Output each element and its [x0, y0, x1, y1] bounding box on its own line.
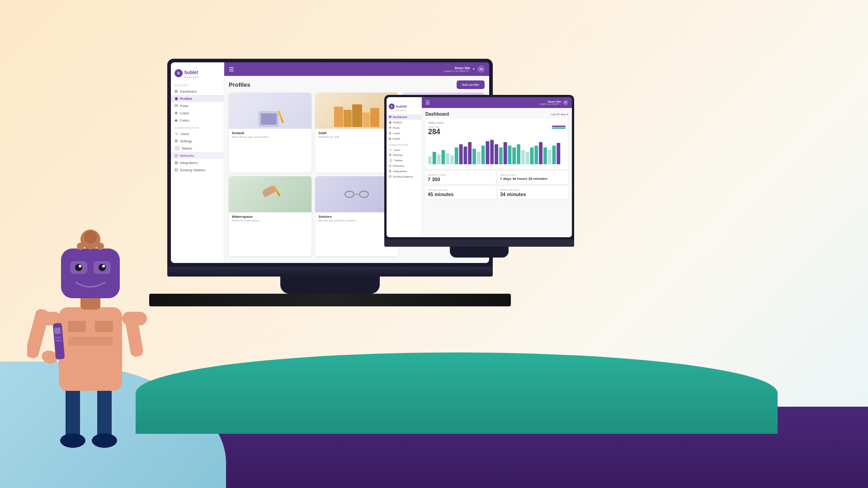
logged-in-text: Logged in as Hublet D...	[443, 70, 470, 72]
dropdown-arrow[interactable]: ▾	[473, 67, 475, 71]
add-profile-button[interactable]: Add profile	[457, 80, 485, 89]
s2-settings[interactable]: ⚙ Settings	[387, 152, 421, 158]
networks-icon: ◎	[175, 153, 178, 158]
s2-networks-icon: ◎	[389, 164, 392, 168]
s2-users[interactable]: ☺ Users	[387, 147, 421, 152]
logo-subtitle: MANAGER	[184, 76, 199, 79]
stats-grid: Number of loans 7 300 Total loan time 7 …	[425, 171, 568, 199]
stat-total-time-label: Total loan time	[500, 174, 566, 176]
svg-point-3	[92, 433, 117, 448]
svg-rect-32	[441, 150, 445, 164]
stat-avg-time: Average loan time 45 minutes	[425, 186, 496, 199]
s2-tablets[interactable]: ⬜ Tablets	[387, 158, 421, 163]
s2-profiles[interactable]: ◉ Profiles	[387, 120, 421, 125]
laptop-dashboard: h hublet MANAGER ⊞ Dashboard ◉ Profiles …	[384, 95, 574, 258]
time-range-selector[interactable]: Last 30 days ▾	[551, 113, 568, 116]
profile-card-info-default: Default Basic library apps and content.	[229, 129, 311, 141]
profile-card-info-makerspace: Makerspace Profile for makerspace.	[229, 212, 311, 224]
chart-legend	[552, 126, 566, 129]
sidebar-item-codes[interactable]: ◈ Codes	[171, 117, 224, 124]
s2-integrations[interactable]: ⊞ Integrations	[387, 169, 421, 174]
profile-desc-default: Basic library apps and content.	[232, 136, 308, 138]
profile-desc-makerspace: Profile for makerspace.	[232, 219, 308, 222]
s2-codes-icon: ◈	[389, 137, 391, 141]
stat-avg-label: Average loan time	[428, 188, 494, 191]
app-logo: h hublet MANAGER	[171, 65, 224, 82]
svg-point-22	[84, 231, 97, 244]
svg-rect-0	[66, 384, 80, 438]
s2-posts[interactable]: ✉ Posts	[387, 125, 421, 131]
tablets-icon: ⬜	[175, 146, 179, 150]
sidebar-item-settings[interactable]: ⚙ Settings	[171, 137, 224, 145]
logo-icon: h	[175, 69, 183, 77]
sidebar-item-dashboard[interactable]: ⊞ Dashboard	[171, 88, 224, 95]
posts-icon: ✉	[175, 103, 178, 108]
svg-rect-43	[490, 140, 494, 164]
sidebar-item-networks[interactable]: ◎ Networks	[171, 152, 224, 159]
s2-codes[interactable]: ◈ Codes	[387, 136, 421, 141]
svg-rect-55	[543, 147, 547, 164]
sidebar-item-loans[interactable]: ⊕ Loans	[171, 109, 224, 117]
menu-icon[interactable]: ☰	[229, 66, 234, 73]
svg-rect-40	[477, 152, 481, 164]
svg-rect-53	[534, 145, 538, 164]
svg-rect-44	[495, 144, 498, 164]
dashboard-content: Dashboard Last 30 days ▾ Daily loans Tot…	[422, 108, 572, 237]
dashboard-main: ☰ Demo Site Logged in as Hublet D... ✕ D…	[422, 97, 572, 237]
s2-networks[interactable]: ◎ Networks	[387, 163, 421, 169]
sidebar-item-integrations[interactable]: ⊞ Integrations	[171, 159, 224, 166]
s2-loans-icon: ⊕	[389, 131, 392, 135]
s2-dash-icon: ⊞	[389, 115, 392, 119]
profiles-icon: ◉	[175, 96, 178, 101]
svg-point-19	[79, 265, 81, 267]
dashboard-icon: ⊞	[175, 89, 178, 94]
avatar[interactable]: JS	[477, 66, 485, 73]
profile-img-makerspace	[229, 176, 311, 212]
s2-settings-icon: ⚙	[389, 153, 392, 157]
chart-label: Daily loans	[428, 121, 566, 124]
svg-point-17	[75, 264, 82, 271]
sidebar-item-posts[interactable]: ✉ Posts	[171, 102, 224, 109]
d-close-icon[interactable]: ✕	[563, 100, 568, 105]
d-logged-in: Logged in as Hublet D...	[539, 103, 561, 105]
sidebar-item-profiles[interactable]: ◉ Profiles	[171, 95, 224, 102]
d-menu-icon[interactable]: ☰	[425, 100, 430, 106]
sidebar-item-users[interactable]: ☺ Users	[171, 130, 224, 137]
sidebar-item-tablets[interactable]: ⬜ Tablets	[171, 145, 224, 152]
svg-rect-1	[97, 384, 112, 438]
svg-rect-38	[468, 142, 472, 164]
profile-name-seniors: Seniors	[318, 215, 395, 219]
svg-point-20	[102, 265, 105, 267]
svg-rect-14	[61, 249, 120, 298]
d-title-row: Dashboard Last 30 days ▾	[425, 112, 568, 117]
d-site-info: Demo Site Logged in as Hublet D...	[539, 100, 561, 105]
codes-icon: ◈	[175, 118, 178, 122]
stat-median-value: 34 minutes	[500, 192, 566, 197]
svg-rect-56	[548, 150, 552, 164]
s2-loans[interactable]: ⊕ Loans	[387, 131, 421, 136]
profile-name-staff: Staff	[318, 131, 395, 135]
users-icon: ☺	[175, 131, 179, 136]
sidebar-item-docking[interactable]: ⊟ Docking Stations	[171, 166, 224, 174]
svg-rect-35	[455, 147, 458, 164]
svg-rect-54	[539, 142, 542, 164]
s2-docking[interactable]: ⊟ Docking Stations	[387, 174, 421, 179]
svg-rect-57	[552, 145, 556, 164]
s2-dashboard[interactable]: ⊞ Dashboard	[387, 114, 421, 120]
app-header: ☰ Demo Site Logged in as Hublet D... ▾ J…	[224, 62, 489, 76]
svg-rect-47	[508, 145, 512, 164]
svg-rect-41	[481, 145, 485, 164]
s2-docking-icon: ⊟	[389, 175, 392, 178]
profile-card-default[interactable]: Default Basic library apps and content.	[229, 93, 311, 173]
laptop2-base	[384, 239, 574, 247]
stat-total-time-value: 7 days 16 hours 26 minutes	[500, 177, 566, 181]
robot-character	[27, 190, 154, 452]
profile-name-default: Default	[232, 131, 308, 135]
profile-card-makerspace[interactable]: Makerspace Profile for makerspace.	[229, 176, 311, 256]
loans-icon: ⊕	[175, 111, 178, 115]
svg-rect-5	[68, 321, 86, 332]
svg-point-23	[77, 243, 84, 250]
svg-rect-45	[499, 147, 503, 164]
stat-loans-count: Number of loans 7 300	[425, 171, 496, 184]
svg-rect-34	[450, 155, 454, 164]
